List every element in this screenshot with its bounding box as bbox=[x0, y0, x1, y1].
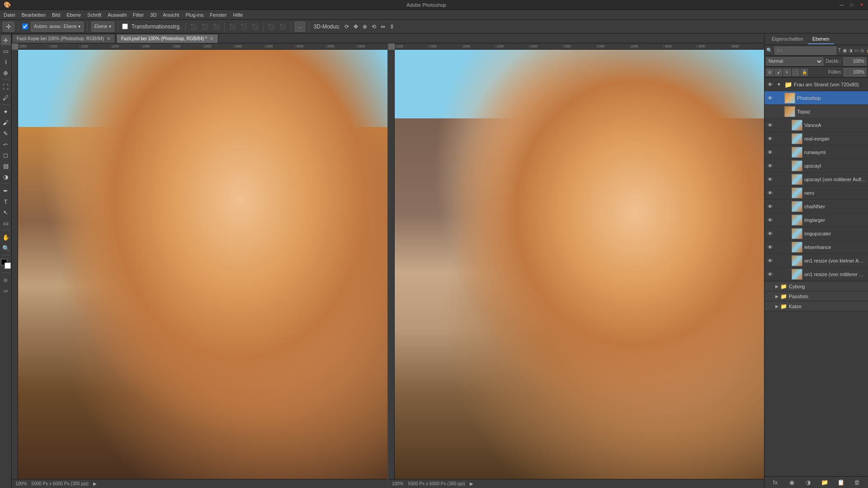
menu-plugins[interactable]: Plug-ins bbox=[185, 12, 203, 18]
layer-item-imglarger[interactable]: 👁 imglarger bbox=[764, 213, 868, 227]
history-tool[interactable]: ⤺ bbox=[1, 139, 11, 149]
dodge-tool[interactable]: ◑ bbox=[1, 172, 11, 182]
fill-input[interactable] bbox=[844, 68, 866, 76]
opacity-input[interactable] bbox=[844, 57, 866, 66]
layer-group-katze[interactable]: 👁 ▶ 📁 Katze bbox=[764, 301, 868, 311]
status-arrow-right[interactable]: ▶ bbox=[470, 481, 473, 486]
layer-item-real-esrgan[interactable]: 👁 real-esrgan bbox=[764, 132, 868, 145]
quick-mask-btn[interactable]: ◎ bbox=[1, 275, 11, 285]
eye-icon-on1-small[interactable]: 👁 bbox=[766, 257, 774, 264]
eye-icon-nero[interactable]: 👁 bbox=[766, 189, 774, 197]
clone-tool[interactable]: ✎ bbox=[1, 128, 11, 138]
align-bottom-icon[interactable]: ⬛ bbox=[212, 23, 221, 31]
layer-item-photoshop[interactable]: 👁 Photoshop bbox=[764, 91, 868, 105]
layer-adjust-icon[interactable]: ◑ bbox=[849, 48, 853, 53]
status-arrow-left[interactable]: ▶ bbox=[93, 481, 97, 486]
layer-item-upscayl-mid[interactable]: 👁 upscayl (von mittlerer Auflösung) bbox=[764, 173, 868, 186]
menu-bearbeiten[interactable]: Bearbeiten bbox=[22, 12, 46, 18]
lock-transparent-icon[interactable]: ⊞ bbox=[766, 69, 774, 76]
eye-icon-imgupscaler[interactable]: 👁 bbox=[766, 230, 774, 237]
select-rect-tool[interactable]: ▭ bbox=[1, 46, 11, 56]
mask-btn[interactable]: ◉ bbox=[787, 478, 796, 487]
tab-eigenschaften[interactable]: Eigenschaften bbox=[767, 34, 808, 44]
layer-item-nero[interactable]: 👁 nero bbox=[764, 186, 868, 200]
heal-tool[interactable]: ✦ bbox=[1, 107, 11, 117]
delete-layer-btn[interactable]: 🗑 bbox=[853, 478, 862, 487]
eye-icon-passfoto[interactable]: 👁 bbox=[766, 293, 774, 300]
layer-shape-icon[interactable]: ▭ bbox=[854, 48, 859, 53]
menu-filter[interactable]: Filter bbox=[133, 12, 144, 18]
eye-icon-frau[interactable]: 👁 bbox=[766, 81, 774, 88]
3d-pan-icon[interactable]: ✥ bbox=[353, 23, 359, 31]
layer-type-icon[interactable]: T bbox=[838, 48, 841, 53]
tab-fazit-kopie-close[interactable]: ✕ bbox=[107, 36, 110, 41]
canvas-viewport-left[interactable] bbox=[18, 50, 387, 479]
move-tool[interactable]: ✛ bbox=[1, 35, 11, 45]
align-right-icon[interactable]: ⬛ bbox=[251, 23, 259, 31]
align-center-icon[interactable]: ⬛ bbox=[201, 23, 209, 31]
auto-select-checkbox[interactable] bbox=[22, 23, 28, 29]
screen-mode-btn[interactable]: ▭ bbox=[1, 286, 11, 296]
new-layer-btn[interactable]: 📋 bbox=[836, 478, 845, 487]
tab-ebenen[interactable]: Ebenen bbox=[808, 34, 834, 44]
fx-btn[interactable]: fx bbox=[771, 478, 780, 487]
lasso-tool[interactable]: ⌇ bbox=[1, 57, 11, 67]
path-tool[interactable]: ↖ bbox=[1, 207, 11, 217]
tab-fazit-close[interactable]: ✕ bbox=[210, 36, 213, 41]
align-left-icon[interactable]: ⬛ bbox=[228, 23, 237, 31]
eye-icon-upscayl-mid[interactable]: 👁 bbox=[766, 176, 774, 183]
move-tool-btn[interactable]: ✛ bbox=[3, 22, 14, 32]
3d-rotate-icon[interactable]: ⟳ bbox=[344, 23, 350, 31]
eye-icon-letsenhance[interactable]: 👁 bbox=[766, 244, 774, 251]
menu-ebene[interactable]: Ebene bbox=[66, 12, 81, 18]
menu-schrift[interactable]: Schrift bbox=[87, 12, 101, 18]
lock-artboard-icon[interactable]: ⬚ bbox=[792, 69, 799, 76]
layer-pixel-icon[interactable]: ▣ bbox=[843, 48, 847, 53]
expand-arrow-frau[interactable]: ▼ bbox=[775, 81, 783, 88]
gradient-tool[interactable]: ▤ bbox=[1, 161, 11, 171]
ebene-btn[interactable]: Ebene ▾ bbox=[91, 22, 114, 32]
lock-pixels-icon[interactable]: 🖌 bbox=[775, 69, 782, 76]
eye-icon-topaz[interactable]: 👁 bbox=[766, 108, 774, 115]
eye-icon-katze[interactable]: 👁 bbox=[766, 303, 774, 310]
layer-filter-icon[interactable]: 🔒 bbox=[866, 48, 868, 53]
lock-position-icon[interactable]: ✛ bbox=[783, 69, 791, 76]
menu-ansicht[interactable]: Ansicht bbox=[163, 12, 179, 18]
hand-tool[interactable]: ✋ bbox=[1, 232, 11, 242]
group-btn[interactable]: 📁 bbox=[820, 478, 829, 487]
zoom-tool[interactable]: 🔍 bbox=[1, 243, 11, 253]
layer-item-chainner[interactable]: 👁 chaiNNer bbox=[764, 200, 868, 213]
dist-v-icon[interactable]: ⬛ bbox=[278, 23, 287, 31]
tab-fazit[interactable]: Fazit.psd bei 100% (Photoshop, RGB/84) *… bbox=[116, 34, 218, 43]
shape-tool[interactable]: ▭ bbox=[1, 218, 11, 228]
layer-group-cyborg[interactable]: 👁 ▶ 📁 Cyborg bbox=[764, 282, 868, 291]
layer-item-letsenhance[interactable]: 👁 letsenhance bbox=[764, 240, 868, 254]
auto-select-btn[interactable]: Autom. ausw.: Ebene ▾ bbox=[31, 22, 84, 32]
eye-icon-photoshop[interactable]: 👁 bbox=[766, 94, 774, 102]
layer-item-on1-small[interactable]: 👁 on1 resize (von kleiner Auflösung) bbox=[764, 254, 868, 267]
more-btn[interactable]: ... bbox=[295, 22, 305, 32]
dist-h-icon[interactable]: ⬛ bbox=[267, 23, 276, 31]
eye-icon-imglarger[interactable]: 👁 bbox=[766, 216, 774, 224]
eyedropper-tool[interactable]: 🖊 bbox=[1, 93, 11, 103]
minimize-btn[interactable]: — bbox=[839, 2, 844, 8]
text-tool[interactable]: T bbox=[1, 197, 11, 206]
3d-roll-icon[interactable]: ⟲ bbox=[371, 23, 377, 31]
eye-icon-on1-mid[interactable]: 👁 bbox=[766, 271, 774, 278]
eye-icon-vancea[interactable]: 👁 bbox=[766, 122, 774, 129]
brush-tool[interactable]: 🖌 bbox=[1, 117, 11, 127]
layer-item-runwaymi[interactable]: 👁 runwaymI bbox=[764, 145, 868, 159]
layer-item-imgupscaler[interactable]: 👁 imgupscaler bbox=[764, 227, 868, 240]
eye-icon-chainner[interactable]: 👁 bbox=[766, 203, 774, 210]
layer-smart-icon[interactable]: ◎ bbox=[860, 48, 864, 53]
layer-item-vancea[interactable]: 👁 VanceA bbox=[764, 118, 868, 132]
eye-icon-real-esrgan[interactable]: 👁 bbox=[766, 135, 774, 142]
eye-icon-upscayl[interactable]: 👁 bbox=[766, 162, 774, 169]
layer-item-topaz[interactable]: 👁 Topaz bbox=[764, 105, 868, 118]
menu-fenster[interactable]: Fenster bbox=[210, 12, 226, 18]
transform-checkbox[interactable] bbox=[122, 23, 128, 29]
layers-search-input[interactable] bbox=[774, 47, 836, 55]
close-btn[interactable]: ✕ bbox=[859, 2, 864, 8]
3d-zoom-icon[interactable]: ⊕ bbox=[362, 23, 368, 31]
tab-fazit-kopie[interactable]: Fazit Kopie bei 100% (Photoshop, RGB/84)… bbox=[12, 34, 115, 43]
